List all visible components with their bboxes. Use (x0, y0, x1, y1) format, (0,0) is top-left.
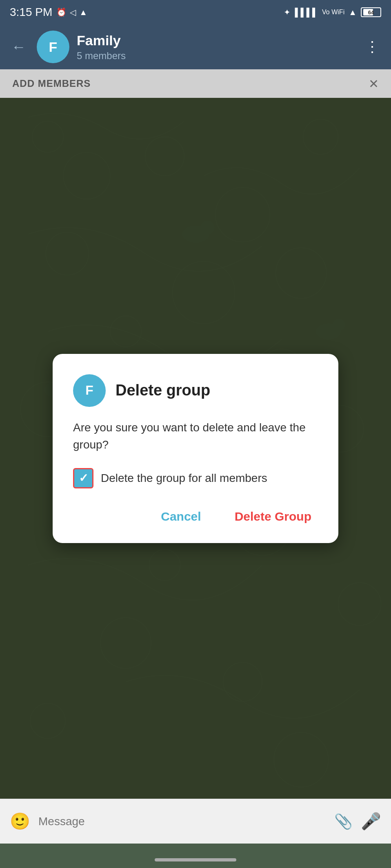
group-members: 5 members (77, 50, 354, 62)
attach-button[interactable]: 📎 (334, 813, 353, 830)
alarm-icon: ⏰ (56, 7, 67, 17)
battery-indicator: 64 (361, 7, 381, 17)
dialog-message: Are you sure you want to delete and leav… (73, 419, 318, 453)
group-info: Family 5 members (77, 33, 354, 62)
close-add-members-button[interactable]: ✕ (369, 77, 379, 91)
cancel-button[interactable]: Cancel (154, 506, 207, 527)
dialog-title: Delete group (116, 382, 210, 399)
dialog-actions: Cancel Delete Group (73, 506, 318, 527)
more-button[interactable]: ⋮ (362, 35, 383, 59)
group-name: Family (77, 33, 354, 49)
delete-group-button[interactable]: Delete Group (228, 506, 318, 527)
status-bar-left: 3:15 PM ⏰ ◁ ▲ (10, 6, 87, 19)
mic-button[interactable]: 🎤 (361, 812, 381, 831)
checkbox-label: Delete the group for all members (101, 472, 267, 485)
checkbox-row: ✓ Delete the group for all members (73, 468, 318, 488)
alert-icon: ▲ (79, 8, 87, 17)
chat-header: ← F Family 5 members ⋮ (0, 24, 391, 69)
chat-background: F Delete group Are you sure you want to … (0, 98, 391, 799)
wifi-icon: ▲ (349, 8, 357, 17)
status-icons: ⏰ ◁ ▲ (56, 7, 87, 17)
emoji-button[interactable]: 🙂 (10, 812, 30, 831)
add-members-bar: ADD MEMBERS ✕ (0, 69, 391, 98)
signal-icon: ▌▌▌▌ (295, 8, 318, 17)
message-bar: 🙂 📎 🎤 (0, 799, 391, 844)
bluetooth-icon: ✦ (284, 7, 291, 17)
delete-group-dialog: F Delete group Are you sure you want to … (53, 354, 338, 543)
message-input[interactable] (38, 815, 326, 828)
add-members-label: ADD MEMBERS (12, 78, 91, 89)
dialog-header: F Delete group (73, 374, 318, 407)
dialog-avatar: F (73, 374, 106, 407)
delete-all-checkbox[interactable]: ✓ (73, 468, 93, 488)
status-bar: 3:15 PM ⏰ ◁ ▲ ✦ ▌▌▌▌ Vo WiFi ▲ 64 (0, 0, 391, 24)
battery-level: 64 (368, 9, 374, 15)
checkbox-check-icon: ✓ (79, 471, 88, 485)
back-button[interactable]: ← (8, 35, 29, 59)
status-bar-right: ✦ ▌▌▌▌ Vo WiFi ▲ 64 (284, 7, 381, 17)
navigation-icon: ◁ (70, 7, 76, 17)
dialog-overlay: F Delete group Are you sure you want to … (0, 98, 391, 799)
home-indicator (155, 858, 236, 861)
group-avatar: F (37, 31, 69, 63)
status-time: 3:15 PM (10, 6, 52, 19)
vo-wifi-label: Vo WiFi (322, 9, 344, 16)
